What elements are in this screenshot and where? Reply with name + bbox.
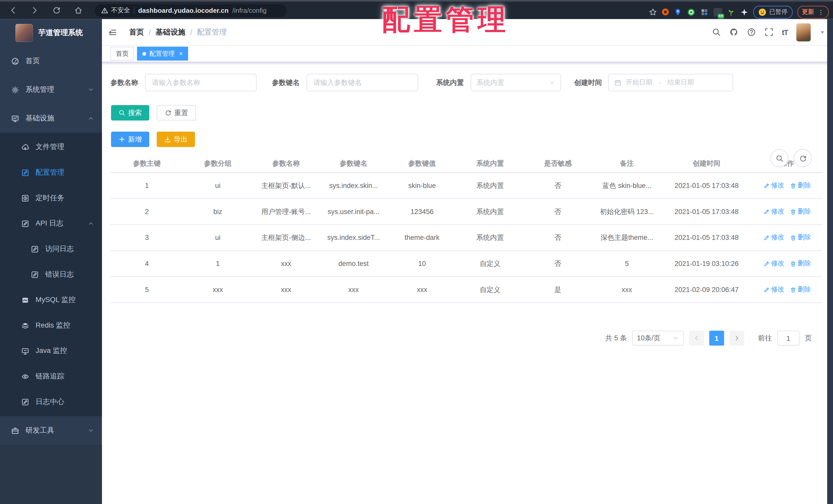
kebab-menu-icon[interactable]: ⋮ bbox=[818, 8, 824, 16]
next-page-button[interactable] bbox=[729, 331, 744, 346]
column-header-8: 创建时间 bbox=[661, 158, 752, 168]
refresh-table-button[interactable] bbox=[793, 149, 812, 167]
goto-page-input[interactable] bbox=[777, 331, 800, 346]
translate-badge: cn bbox=[718, 14, 724, 19]
select-placeholder: 系统内置 bbox=[477, 78, 504, 87]
bookmark-star-icon[interactable] bbox=[649, 8, 657, 16]
extension-sprout-icon[interactable] bbox=[727, 8, 735, 16]
extension-grid-icon[interactable] bbox=[700, 8, 709, 16]
date-end-placeholder: 结束日期 bbox=[667, 78, 694, 87]
toggle-search-button[interactable] bbox=[770, 149, 788, 167]
sidebar-item-redis[interactable]: Redis 监控 bbox=[0, 313, 102, 338]
sidebar-item-config[interactable]: 配置管理 bbox=[0, 160, 102, 185]
param-key-input[interactable] bbox=[307, 74, 418, 92]
table-row: 5xxxxxxxxxxxx自定义是xxx2021-02-09 20:06:47修… bbox=[111, 277, 823, 303]
extension-pin-icon[interactable] bbox=[673, 8, 682, 16]
profile-paused-badge[interactable]: 已暂停 bbox=[754, 6, 792, 19]
sidebar-item-home[interactable]: 首页 bbox=[0, 47, 102, 75]
extension-translate-icon[interactable]: cn bbox=[713, 8, 722, 16]
table-cell: 1 bbox=[183, 259, 252, 268]
extension-ring-icon[interactable] bbox=[662, 8, 669, 15]
close-tab-icon[interactable]: × bbox=[179, 50, 183, 57]
delete-row-link[interactable]: 删除 bbox=[790, 207, 811, 216]
table-cell: 5 bbox=[592, 259, 662, 268]
sidebar-item-error-log[interactable]: 错误日志 bbox=[0, 261, 102, 287]
breadcrumb-home[interactable]: 首页 bbox=[129, 27, 144, 37]
delete-row-link[interactable]: 删除 bbox=[790, 259, 811, 268]
date-range-picker[interactable]: 开始日期 - 结束日期 bbox=[608, 74, 733, 92]
fullscreen-icon[interactable] bbox=[764, 28, 774, 36]
edit-row-link[interactable]: 修改 bbox=[763, 233, 784, 242]
github-icon[interactable] bbox=[729, 28, 738, 36]
download-icon bbox=[164, 136, 171, 143]
address-bar[interactable]: 不安全 dashboard.yudao.iocoder.cn/infra/con… bbox=[95, 4, 287, 17]
param-name-input[interactable] bbox=[145, 74, 257, 92]
edit-row-link[interactable]: 修改 bbox=[763, 207, 784, 216]
page-1-button[interactable]: 1 bbox=[709, 331, 724, 346]
back-icon[interactable] bbox=[8, 6, 17, 15]
add-button[interactable]: 新增 bbox=[111, 132, 149, 147]
url-path: /infra/config bbox=[232, 7, 267, 14]
edit-row-link[interactable]: 修改 bbox=[763, 181, 784, 190]
log-center-icon bbox=[21, 398, 29, 406]
sidebar-item-file[interactable]: 文件管理 bbox=[0, 134, 102, 160]
home-icon[interactable] bbox=[74, 6, 83, 15]
forward-icon[interactable] bbox=[30, 6, 39, 15]
sidebar-item-infra[interactable]: 基础设施 bbox=[0, 104, 102, 133]
table-cell: 蓝色 skin-blue... bbox=[592, 181, 662, 190]
table-cell: 系统内置 bbox=[457, 181, 523, 190]
page-scrollbar[interactable] bbox=[827, 19, 833, 504]
breadcrumb-infra[interactable]: 基础设施 bbox=[156, 27, 185, 37]
sidebar-item-system[interactable]: 系统管理 bbox=[0, 75, 102, 104]
sidebar-item-java[interactable]: Java 监控 bbox=[0, 338, 102, 363]
sidebar-item-log-center[interactable]: 日志中心 bbox=[0, 389, 102, 415]
table-cell: sys.user.init-pa... bbox=[320, 208, 387, 216]
table-toolbar-right bbox=[770, 149, 812, 167]
sidebar-item-trace[interactable]: 链路追踪 bbox=[0, 363, 102, 389]
search-icon[interactable] bbox=[712, 28, 721, 36]
delete-row-link[interactable]: 删除 bbox=[790, 181, 811, 190]
search-button[interactable]: 搜索 bbox=[111, 105, 149, 121]
edit-icon bbox=[763, 234, 769, 241]
page-size-select[interactable]: 10条/页 bbox=[632, 331, 684, 346]
edit-row-link[interactable]: 修改 bbox=[763, 259, 784, 268]
trace-icon bbox=[21, 372, 29, 380]
edit-label: 修改 bbox=[771, 207, 784, 216]
reset-button[interactable]: 重置 bbox=[157, 105, 196, 121]
column-header-5: 系统内置 bbox=[457, 158, 523, 168]
sidebar-item-label: 配置管理 bbox=[35, 168, 64, 177]
sidebar-item-devtools[interactable]: 研发工具 bbox=[0, 416, 102, 445]
delete-row-link[interactable]: 删除 bbox=[790, 233, 811, 242]
reload-icon[interactable] bbox=[52, 6, 61, 15]
table-cell: 用户管理-账号... bbox=[252, 207, 320, 216]
caret-down-icon[interactable] bbox=[819, 29, 826, 35]
font-size-icon[interactable]: tT bbox=[782, 28, 788, 36]
sidebar-item-label: 研发工具 bbox=[26, 426, 54, 435]
help-icon[interactable] bbox=[747, 28, 756, 36]
system-type-select[interactable]: 系统内置 bbox=[471, 74, 561, 92]
column-header-7: 备注 bbox=[592, 158, 662, 168]
hamburger-icon[interactable] bbox=[108, 27, 117, 37]
sidebar-item-mysql[interactable]: MySQL 监控 bbox=[0, 287, 102, 313]
row-actions-cell: 修改删除 bbox=[752, 181, 822, 190]
refresh-icon bbox=[165, 109, 172, 116]
extension-green-icon[interactable] bbox=[687, 8, 695, 16]
sidebar-item-api-log[interactable]: API 日志 bbox=[0, 211, 102, 236]
tab-home[interactable]: 首页 bbox=[111, 47, 134, 60]
error-log-icon bbox=[31, 271, 39, 278]
sidebar-item-access-log[interactable]: 访问日志 bbox=[0, 236, 102, 262]
prev-page-button[interactable] bbox=[689, 331, 704, 346]
export-button[interactable]: 导出 bbox=[157, 132, 195, 147]
sidebar-item-job[interactable]: 定时任务 bbox=[0, 185, 102, 211]
sidebar-item-label: 基础设施 bbox=[26, 114, 54, 123]
site-security[interactable]: 不安全 bbox=[101, 6, 130, 15]
chevron-right-icon bbox=[734, 335, 740, 342]
tab-config[interactable]: 配置管理 × bbox=[137, 47, 188, 60]
extensions-menu-icon[interactable] bbox=[740, 8, 748, 16]
delete-row-link[interactable]: 删除 bbox=[790, 285, 811, 294]
app-logo-row[interactable]: 芋道管理系统 bbox=[0, 19, 102, 47]
user-avatar[interactable] bbox=[796, 23, 811, 41]
chrome-update-button[interactable]: 更新 ⋮ bbox=[797, 6, 829, 19]
tabbar-shadow bbox=[102, 62, 833, 65]
edit-row-link[interactable]: 修改 bbox=[763, 285, 784, 294]
